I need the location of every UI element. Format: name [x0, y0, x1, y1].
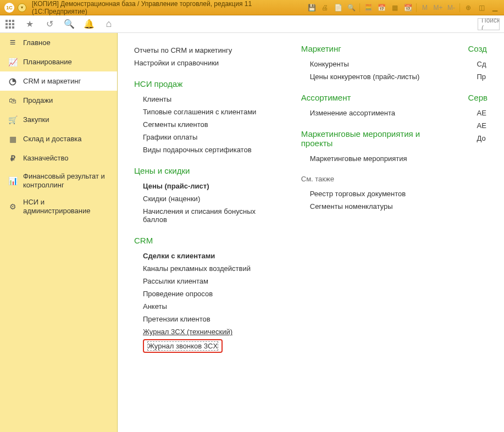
section-marketing-events: Маркетинговые мероприятия и проекты [301, 129, 441, 148]
section-service: Серв [468, 93, 488, 102]
bar-chart-icon [8, 176, 18, 186]
pie-icon [8, 76, 18, 86]
sidebar-item-purchases[interactable]: Закупки [0, 110, 117, 129]
app-menu-dropdown[interactable]: ▾ [18, 3, 26, 12]
notifications-icon[interactable] [84, 19, 95, 30]
section-create: Созд [468, 44, 488, 53]
link-mailings[interactable]: Рассылки клиентам [143, 275, 274, 287]
gear-icon [8, 202, 18, 212]
titlebar-tools: 💾 🖨 📄 🔍 🧮 📅 ▦ 📆 M M+ M- ⊕ ◫ ▁ [307, 3, 500, 13]
link-truncated-5[interactable]: До [477, 132, 488, 145]
table-icon[interactable]: ▦ [390, 3, 400, 13]
sidebar-item-planning[interactable]: Планирование [0, 52, 117, 71]
sidebar: Главное Планирование CRM и маркетинг Про… [0, 33, 118, 432]
sidebar-item-label: Склад и доставка [23, 135, 82, 143]
link-assortment-change[interactable]: Изменение ассортимента [310, 107, 441, 119]
preview-icon[interactable]: 🔍 [346, 3, 356, 13]
link-claims[interactable]: Претензии клиентов [143, 313, 274, 325]
link-clients[interactable]: Клиенты [143, 93, 274, 106]
link-polls[interactable]: Проведение опросов [143, 287, 274, 300]
window-title: [КОПИЯ] Демонстрационная база / Управлен… [32, 0, 307, 15]
cart-icon [8, 115, 18, 125]
sidebar-item-label: Финансовый результат и контроллинг [23, 172, 109, 189]
highlighted-link-box: Журнал звонков 3CX [143, 339, 223, 353]
section-marketing: Маркетинг [301, 44, 441, 53]
grid-icon [8, 134, 18, 144]
memory-mplus-icon[interactable]: M+ [433, 3, 443, 13]
link-truncated-4[interactable]: АЕ [477, 119, 488, 132]
link-settings-refs[interactable]: Настройки и справочники [134, 57, 274, 69]
layout: Главное Планирование CRM и маркетинг Про… [0, 33, 504, 432]
search-icon[interactable] [64, 19, 75, 30]
link-journal-calls-3cx[interactable]: Журнал звонков 3CX [147, 341, 218, 351]
memory-m-icon[interactable]: M [420, 3, 430, 13]
sidebar-item-nsi[interactable]: НСИ и администрирование [0, 193, 117, 219]
link-journal-3cx-tech[interactable]: Журнал 3CX (технический) [143, 325, 274, 338]
history-icon[interactable] [44, 19, 55, 30]
link-nomenclature-segments[interactable]: Сегменты номенклатуры [310, 200, 441, 213]
memory-mminus-icon[interactable]: M- [446, 3, 456, 13]
content-col-3: Созд Сд Пр Серв АЕ АЕ До [468, 44, 488, 421]
logo-1c: 1C [4, 3, 14, 13]
link-trade-docs-registry[interactable]: Реестр торговых документов [310, 187, 441, 200]
panels-icon[interactable]: ◫ [477, 3, 486, 13]
sidebar-item-label: Казначейство [23, 154, 68, 163]
section-assortment: Ассортимент [301, 93, 441, 102]
sidebar-item-label: Закупки [23, 115, 49, 124]
sidebar-item-treasury[interactable]: Казначейство [0, 148, 117, 168]
section-nsi-sales: НСИ продаж [134, 79, 274, 88]
link-deals[interactable]: Сделки с клиентами [143, 250, 274, 262]
link-discounts[interactable]: Скидки (наценки) [143, 192, 274, 205]
link-marketing-events[interactable]: Маркетинговые мероприятия [310, 152, 441, 165]
section-prices-discounts: Цены и скидки [134, 166, 274, 175]
sidebar-item-label: НСИ и администрирование [23, 198, 109, 215]
content-col-1: Отчеты по CRM и маркетингу Настройки и с… [134, 44, 274, 421]
search-input[interactable]: Поиск ( [478, 18, 500, 30]
sidebar-item-sales[interactable]: Продажи [0, 91, 117, 110]
home-icon[interactable] [103, 19, 114, 30]
hamburger-icon [8, 38, 18, 48]
chart-up-icon [8, 57, 18, 67]
doc-icon[interactable]: 📄 [333, 3, 343, 13]
sidebar-item-crm[interactable]: CRM и маркетинг [0, 71, 117, 91]
link-competitors[interactable]: Конкуренты [310, 58, 441, 70]
sidebar-item-label: Главное [23, 38, 51, 47]
ruble-icon [8, 153, 18, 163]
save-icon[interactable]: 💾 [307, 3, 317, 13]
link-questionnaires[interactable]: Анкеты [143, 300, 274, 313]
date-icon[interactable]: 📆 [403, 3, 413, 13]
link-competitor-prices[interactable]: Цены конкурентов (прайс-листы) [310, 70, 441, 83]
content-col-2: Маркетинг Конкуренты Цены конкурентов (п… [301, 44, 441, 421]
content-area: Отчеты по CRM и маркетингу Настройки и с… [118, 33, 504, 432]
link-ad-channels[interactable]: Каналы рекламных воздействий [143, 262, 274, 275]
link-price-list[interactable]: Цены (прайс-лист) [143, 180, 274, 192]
sidebar-item-main[interactable]: Главное [0, 33, 117, 52]
toolbar: Поиск ( [0, 15, 504, 33]
titlebar: 1C ▾ [КОПИЯ] Демонстрационная база / Упр… [0, 0, 504, 15]
link-payment-schedules[interactable]: Графики оплаты [143, 131, 274, 143]
sidebar-item-finresult[interactable]: Финансовый результат и контроллинг [0, 168, 117, 193]
sidebar-item-label: CRM и маркетинг [23, 77, 81, 86]
favorites-icon[interactable] [24, 19, 35, 30]
section-crm: CRM [134, 236, 274, 245]
see-also-label: См. также [301, 175, 441, 183]
link-reports-crm[interactable]: Отчеты по CRM и маркетингу [134, 44, 274, 57]
link-bonus-points[interactable]: Начисления и списания бонусных баллов [143, 205, 274, 226]
calc-icon[interactable]: 🧮 [363, 3, 373, 13]
minimize-icon[interactable]: ▁ [490, 3, 500, 13]
link-truncated-1[interactable]: Сд [477, 58, 488, 70]
sidebar-item-warehouse[interactable]: Склад и доставка [0, 129, 117, 148]
link-truncated-2[interactable]: Пр [477, 70, 488, 83]
link-gift-cert-types[interactable]: Виды подарочных сертификатов [143, 143, 274, 156]
print-icon[interactable]: 🖨 [320, 3, 330, 13]
bag-icon [8, 96, 18, 106]
zoom-icon[interactable]: ⊕ [463, 3, 473, 13]
sidebar-item-label: Планирование [23, 58, 72, 67]
link-truncated-3[interactable]: АЕ [477, 107, 488, 119]
link-client-segments[interactable]: Сегменты клиентов [143, 118, 274, 131]
sidebar-item-label: Продажи [23, 96, 53, 105]
calendar-icon[interactable]: 📅 [376, 3, 386, 13]
link-typical-agreements[interactable]: Типовые соглашения с клиентами [143, 106, 274, 118]
apps-icon[interactable] [4, 19, 15, 30]
